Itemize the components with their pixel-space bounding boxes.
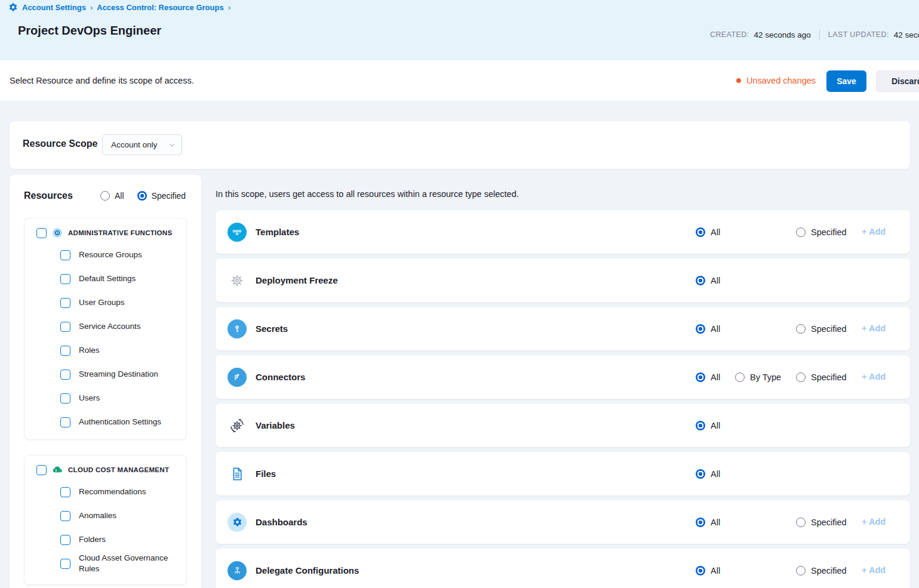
- radio-all[interactable]: All: [696, 227, 720, 237]
- item-checkbox[interactable]: [60, 535, 70, 545]
- item-checkbox[interactable]: [60, 393, 70, 404]
- radio-selected-icon: [696, 566, 705, 575]
- resources-title: Resources: [24, 190, 73, 201]
- radio-all[interactable]: All: [696, 372, 720, 382]
- resource-scope-panel: Resource Scope Account only: [10, 121, 910, 169]
- radio-unselected-icon: [796, 518, 806, 527]
- save-button[interactable]: Save: [826, 70, 866, 92]
- item-checkbox[interactable]: [60, 370, 70, 380]
- meta-divider: [819, 29, 820, 40]
- radio-all[interactable]: All: [696, 276, 720, 285]
- connectors-icon: [228, 368, 247, 387]
- deployment-freeze-icon: [228, 271, 247, 290]
- resource-item-service-accounts: Service Accounts: [24, 315, 186, 338]
- add-link[interactable]: + Add: [862, 324, 886, 333]
- add-link[interactable]: + Add: [862, 565, 886, 575]
- row-label: Deployment Freeze: [256, 275, 338, 285]
- page-title: Project DevOps Engineer: [18, 24, 161, 38]
- radio-specified[interactable]: Specified: [796, 324, 847, 334]
- unsaved-dot-icon: [736, 78, 741, 83]
- settings-gear-icon: [8, 2, 18, 12]
- resource-item-streaming-destination: Streaming Destination: [24, 362, 186, 386]
- radio-all[interactable]: All: [696, 469, 720, 479]
- resource-type-rows: Templates All Specified + Add Deployment…: [216, 210, 910, 588]
- radio-all[interactable]: All: [696, 566, 720, 575]
- resources-radio-all[interactable]: All: [100, 191, 124, 201]
- item-checkbox[interactable]: [60, 559, 70, 569]
- resource-row-deployment-freeze: Deployment Freeze All: [216, 258, 910, 302]
- row-label: Connectors: [256, 372, 305, 382]
- radio-all[interactable]: All: [696, 324, 720, 334]
- resource-scope-label: Resource Scope: [23, 138, 97, 149]
- resources-sidebar: Resources All Specified ADMINISTRATIVE F…: [10, 175, 201, 588]
- item-checkbox[interactable]: [60, 298, 70, 308]
- scope-description: Select Resource and define its scope of …: [10, 76, 194, 85]
- radio-selected-icon: [696, 469, 705, 479]
- radio-selected-icon: [696, 518, 705, 527]
- cloud-cost-management-icon: $: [52, 464, 63, 475]
- row-label: Delegate Configurations: [256, 565, 359, 575]
- item-checkbox[interactable]: [60, 250, 70, 260]
- row-label: Variables: [256, 420, 295, 430]
- item-checkbox[interactable]: [60, 322, 70, 332]
- unsaved-changes-label: Unsaved changes: [746, 76, 816, 85]
- radio-selected-icon: [696, 324, 705, 334]
- item-checkbox[interactable]: [60, 487, 70, 497]
- group-cloud-cost-management: $ CLOUD COST MANAGEMENT Recommendations …: [24, 455, 187, 585]
- group-label: ADMINISTRATIVE FUNCTIONS: [68, 229, 172, 236]
- group-header: $ CLOUD COST MANAGEMENT: [24, 455, 186, 480]
- breadcrumb-access-control-resource-groups[interactable]: Access Control: Resource Groups: [97, 3, 223, 12]
- item-checkbox[interactable]: [60, 346, 70, 356]
- scope-info-text: In this scope, users get access to all r…: [216, 189, 519, 199]
- resource-row-variables: Variables All: [216, 404, 910, 447]
- breadcrumb-account-settings[interactable]: Account Settings: [22, 3, 86, 12]
- resource-item-cloud-asset-governance-rules: Cloud Asset Governance Rules: [24, 552, 186, 575]
- radio-specified[interactable]: Specified: [796, 566, 847, 575]
- group-checkbox[interactable]: [36, 228, 47, 238]
- radio-selected-icon: [696, 276, 705, 285]
- last-updated-value: 42 seconds ago: [894, 30, 919, 39]
- meta-info: CREATED: 42 seconds ago LAST UPDATED: 42…: [710, 29, 919, 40]
- resource-row-templates: Templates All Specified + Add: [216, 210, 910, 254]
- radio-specified[interactable]: Specified: [796, 372, 847, 382]
- radio-specified[interactable]: Specified: [796, 227, 847, 237]
- radio-selected-icon: [696, 227, 705, 237]
- radio-unselected-icon: [796, 227, 806, 237]
- add-link[interactable]: + Add: [862, 372, 886, 381]
- group-administrative-functions: ADMINISTRATIVE FUNCTIONS Resource Groups…: [24, 218, 187, 440]
- add-link[interactable]: + Add: [862, 227, 886, 236]
- resources-radio-specified[interactable]: Specified: [137, 191, 186, 201]
- resource-scope-dropdown[interactable]: Account only: [102, 134, 182, 155]
- action-toolbar: Select Resource and define its scope of …: [0, 60, 919, 101]
- radio-selected-icon: [696, 421, 705, 430]
- resources-scope-radios: All Specified: [100, 191, 186, 201]
- created-label: CREATED:: [710, 30, 749, 39]
- secrets-icon: [228, 319, 247, 338]
- radio-by-type[interactable]: By Type: [735, 372, 781, 382]
- chevron-right-icon: ›: [228, 3, 230, 12]
- add-link[interactable]: + Add: [862, 517, 886, 527]
- item-checkbox[interactable]: [60, 417, 70, 427]
- created-value: 42 seconds ago: [754, 30, 810, 39]
- item-checkbox[interactable]: [60, 274, 70, 284]
- row-label: Templates: [256, 227, 299, 237]
- radio-selected-icon: [696, 372, 705, 382]
- variables-icon: [228, 416, 247, 435]
- delegate-configurations-icon: [228, 561, 247, 580]
- radio-unselected-icon: [796, 566, 806, 575]
- radio-all[interactable]: All: [696, 518, 720, 527]
- radio-all[interactable]: All: [696, 421, 720, 430]
- resource-item-recommendations: Recommendations: [24, 480, 186, 504]
- unsaved-changes-indicator: Unsaved changes: [736, 76, 816, 85]
- resource-item-folders: Folders: [24, 528, 186, 552]
- group-checkbox[interactable]: [36, 465, 47, 475]
- resource-item-authentication-settings: Authentication Settings: [24, 410, 186, 434]
- resource-item-default-settings: Default Settings: [24, 267, 186, 291]
- radio-specified[interactable]: Specified: [796, 518, 847, 527]
- item-checkbox[interactable]: [60, 511, 70, 521]
- radio-unselected-icon: [796, 324, 806, 334]
- discard-button[interactable]: Discard: [876, 70, 919, 92]
- row-label: Secrets: [256, 324, 288, 334]
- group-header: ADMINISTRATIVE FUNCTIONS: [24, 218, 186, 243]
- administrative-functions-icon: [52, 227, 63, 238]
